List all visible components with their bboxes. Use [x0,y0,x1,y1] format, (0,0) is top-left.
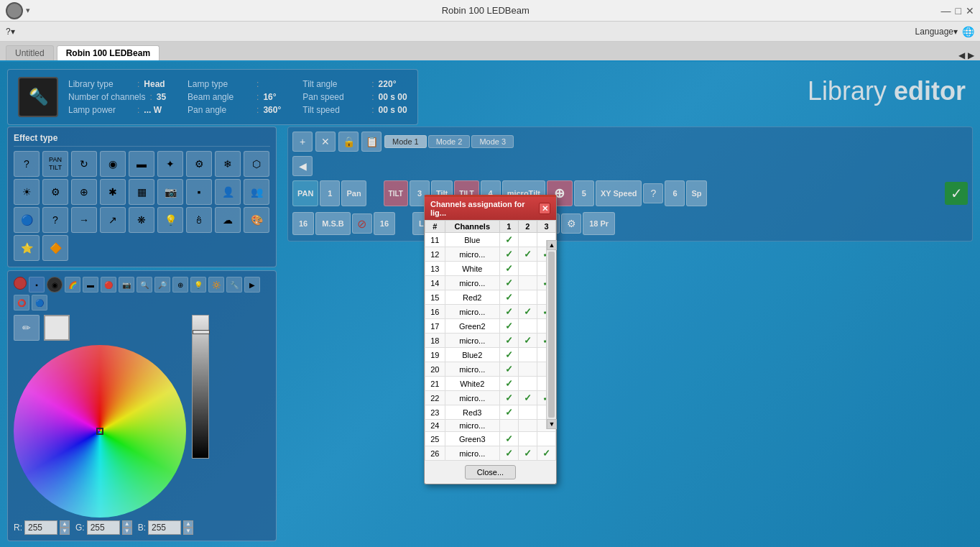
row-col1[interactable]: ✓ [499,432,518,446]
row-col1[interactable]: ✓ [499,446,518,461]
col-2-header: 2 [518,221,537,233]
row-col2[interactable]: ✓ [518,334,537,348]
help-menu[interactable]: ?▾ [6,27,15,37]
row-channel: micro... [445,334,499,348]
close-button[interactable]: ✕ [966,5,974,17]
row-num: 21 [425,377,445,391]
table-row: 21 White2 ✓ [425,377,556,391]
row-col1[interactable]: ✓ [499,319,518,334]
row-col2[interactable] [518,362,537,377]
close-dialog-button[interactable]: Close... [465,465,516,479]
table-row: 22 micro... ✓ ✓ ✓ [425,391,556,405]
dialog-title: Channels assignation for lig... [430,200,539,217]
table-row: 25 Green3 ✓ [425,432,556,446]
row-channel: Red2 [445,290,499,305]
row-col1[interactable]: ✓ [499,348,518,362]
row-col2[interactable]: ✓ [518,391,537,405]
row-col1[interactable]: ✓ [499,391,518,405]
row-num: 14 [425,276,445,290]
row-num: 25 [425,432,445,446]
row-col1[interactable]: ✓ [499,262,518,276]
scroll-thumb[interactable] [548,252,555,418]
row-col2[interactable] [518,290,537,305]
row-col2[interactable] [518,262,537,276]
dialog-overlay: Channels assignation for lig... ✕ # Chan… [0,62,980,547]
row-channel: micro... [445,446,499,461]
table-row: 18 micro... ✓ ✓ ✓ [425,334,556,348]
row-channel: micro... [445,362,499,377]
row-col2[interactable] [518,420,537,432]
tab-robin[interactable]: Robin 100 LEDBeam [57,45,160,60]
row-col2[interactable]: ✓ [518,446,537,461]
row-col2[interactable] [518,233,537,247]
table-row: 16 micro... ✓ ✓ ✓ [425,305,556,319]
row-channel: Blue [445,233,499,247]
titlebar: ▾ Robin 100 LEDBeam — □ ✕ [0,0,980,22]
row-num: 26 [425,446,445,461]
scroll-down-button[interactable]: ▼ [547,419,557,429]
table-row: 23 Red3 ✓ [425,405,556,420]
titlebar-left: ▾ [6,2,30,19]
row-col2[interactable]: ✓ [518,305,537,319]
window-controls: — □ ✕ [941,5,974,17]
col-num-header: # [425,221,445,233]
table-row: 20 micro... ✓ [425,362,556,377]
table-row: 14 micro... ✓ ✓ [425,276,556,290]
row-num: 20 [425,362,445,377]
row-num: 11 [425,233,445,247]
row-num: 18 [425,334,445,348]
row-col2[interactable] [518,348,537,362]
main-content: 🔦 Library type : Head Number of channels… [0,62,980,547]
nav-left[interactable]: ◀ [958,50,965,60]
row-col2[interactable] [518,319,537,334]
row-col2[interactable] [518,276,537,290]
row-col2[interactable] [518,377,537,391]
table-row: 15 Red2 ✓ [425,290,556,305]
row-num: 23 [425,405,445,420]
dialog-header: Channels assignation for lig... ✕ [425,197,556,220]
row-col1[interactable] [499,420,518,432]
row-col3[interactable] [537,432,555,446]
dialog-footer: Close... [425,461,556,484]
table-row: 17 Green2 ✓ [425,319,556,334]
row-col2[interactable] [518,405,537,420]
row-channel: micro... [445,391,499,405]
dialog-close-button[interactable]: ✕ [539,203,550,214]
row-num: 19 [425,348,445,362]
row-col1[interactable]: ✓ [499,377,518,391]
row-col1[interactable]: ✓ [499,305,518,319]
row-num: 17 [425,319,445,334]
row-col1[interactable]: ✓ [499,334,518,348]
row-channel: Red3 [445,405,499,420]
row-num: 16 [425,305,445,319]
tab-untitled[interactable]: Untitled [6,45,54,60]
language-menu[interactable]: Language▾ [915,27,958,37]
nav-right[interactable]: ▶ [968,50,974,60]
minimize-button[interactable]: — [941,5,951,17]
row-col1[interactable]: ✓ [499,276,518,290]
row-col2[interactable] [518,432,537,446]
row-col1[interactable]: ✓ [499,290,518,305]
table-row: 13 White ✓ [425,262,556,276]
col-3-header: 3 [537,221,555,233]
row-col2[interactable]: ✓ [518,247,537,262]
row-num: 12 [425,247,445,262]
row-col1[interactable]: ✓ [499,247,518,262]
row-channel: Green2 [445,319,499,334]
col-channels-header: Channels [445,221,499,233]
row-col1[interactable]: ✓ [499,405,518,420]
table-row: 19 Blue2 ✓ [425,348,556,362]
dialog-scrollbar: ▲ ▼ [546,240,556,429]
menubar-left: ?▾ [6,27,15,37]
tabbar-nav: ◀ ▶ [958,50,974,60]
row-col1[interactable]: ✓ [499,362,518,377]
scroll-up-button[interactable]: ▲ [547,240,557,250]
row-col1[interactable]: ✓ [499,233,518,247]
row-col3[interactable]: ✓ [537,446,555,461]
table-row: 12 micro... ✓ ✓ ✓ [425,247,556,262]
menubar-right: Language▾ 🌐 [915,26,974,37]
channels-table: # Channels 1 2 3 11 Blue ✓ 12 micro... ✓… [425,220,556,461]
row-channel: micro... [445,247,499,262]
maximize-button[interactable]: □ [956,5,961,17]
col-1-header: 1 [499,221,518,233]
